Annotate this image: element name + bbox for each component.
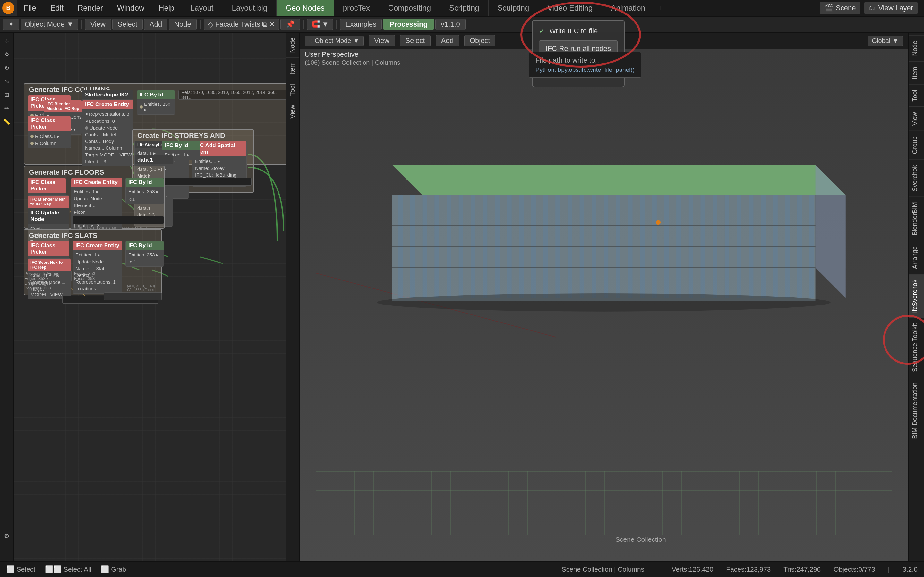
scene-selector[interactable]: 🎬 Scene (820, 2, 860, 14)
node-btn[interactable]: Node (169, 19, 197, 30)
right-tab-bim-docs[interactable]: BIM Documentation (909, 377, 924, 444)
settings-icon[interactable]: ⚙ (1, 530, 13, 542)
node-group-slats: Generate IFC SLATS IFC Class Picker R:Cl… (24, 229, 162, 295)
separator-3 (303, 20, 304, 29)
node-dark-bar-3[interactable] (104, 292, 162, 300)
view-tab[interactable]: View (286, 100, 299, 123)
right-tab-node[interactable]: Node (909, 35, 924, 61)
tooltip-python: Python: bpy.ops.ifc.write_file_panel() (535, 66, 635, 73)
blender-logo: B (2, 2, 15, 14)
tab-layout[interactable]: Layout (181, 0, 223, 16)
tab-compositing[interactable]: Compositing (379, 0, 440, 16)
select-btn[interactable]: Select (112, 19, 143, 30)
group-floors-title: Generate IFC FLOORS (29, 168, 104, 177)
add-workspace-button[interactable]: + (654, 2, 667, 15)
top-menu-bar: B File Edit Render Window Help Layout La… (0, 0, 924, 17)
viewport-view-btn[interactable]: View (368, 35, 395, 47)
right-tab-group[interactable]: Group (909, 131, 924, 159)
cursor-tool-icon[interactable]: ⊹ (1, 35, 13, 47)
move-tool-icon[interactable]: ✥ (1, 49, 13, 60)
mode-cursor-btn[interactable]: ✦ (3, 19, 19, 30)
status-select-all: ⬜⬜ Select All (45, 566, 91, 573)
status-bar: ⬜ Select ⬜⬜ Select All ⬜ Grab Scene Coll… (0, 561, 924, 577)
annotate-tool-icon[interactable]: ✏ (1, 103, 13, 114)
viewport-mode-label: Object Mode (315, 37, 351, 45)
right-tab-sequence[interactable]: Sequence Toolkit (909, 318, 924, 377)
right-tab-blenderbim[interactable]: BlenderBIM (909, 197, 924, 241)
second-toolbar: ✦ Object Mode ▼ View Select Add Node ◇ F… (0, 17, 924, 33)
viewport-select-btn[interactable]: Select (400, 35, 431, 47)
pin-btn[interactable]: 📌 (280, 19, 300, 30)
right-tab-arrange[interactable]: Arrange (909, 241, 924, 274)
building-viewport: Scene Collection (300, 49, 908, 561)
view-btn[interactable]: View (85, 19, 111, 30)
tab-video-editing[interactable]: Video Editing (538, 0, 602, 16)
right-tab-item[interactable]: Item (909, 61, 924, 84)
menu-render[interactable]: Render (71, 0, 110, 16)
node-ifc-by-id-1[interactable]: IFC By Id Entities, 25x ▸ (137, 90, 175, 115)
node-tree-name: Facade Twists (215, 20, 260, 29)
tab-animation[interactable]: Animation (602, 0, 654, 16)
tab-scripting[interactable]: Scripting (440, 0, 488, 16)
node-dark-bar-floors[interactable] (73, 216, 164, 224)
close-icon: ✕ (269, 20, 275, 29)
left-sidebar: ⊹ ✥ ↻ ⤡ ⊞ ✏ 📏 ⚙ (0, 33, 14, 561)
tab-layout-big[interactable]: Layout.big (223, 0, 277, 16)
dropdown-arrow-icon: ▼ (67, 20, 74, 29)
status-grab: ⬜ Grab (101, 566, 126, 573)
right-tab-sverchok[interactable]: Sverchok (909, 159, 924, 197)
node-ifc-create-slats[interactable]: IFC Create Entity Entities, 1 ▸ Update N… (73, 241, 122, 293)
checkmark-icon: ✓ (539, 27, 545, 35)
status-select: ⬜ Select (6, 566, 35, 573)
node-ifc-by-id-slats[interactable]: IFC By Id Entities, 353 ▸ Id.1 (126, 241, 164, 267)
node-ifc-class-picker-2[interactable]: IFC Class Picker R:Class.1 ▸ R:Column (27, 116, 71, 148)
rotate-tool-icon[interactable]: ↻ (1, 62, 13, 74)
node-canvas[interactable]: Generate IFC COLUMNS IFC Class Picker R:… (14, 33, 300, 561)
global-arrow: ▼ (892, 37, 899, 45)
status-tris: Tris:247,296 (783, 566, 821, 573)
version-btn[interactable]: v1.1.0 (435, 19, 465, 30)
tab-sculpting[interactable]: Sculpting (489, 0, 539, 16)
node-tree-select[interactable]: ◇ Facade Twists ⧉ ✕ (204, 19, 279, 30)
app-icon[interactable]: B (0, 0, 17, 16)
svg-marker-39 (816, 165, 846, 298)
right-tab-ifcsverchok[interactable]: ifcSverchok (909, 274, 924, 318)
viewport-mode-select[interactable]: ○ Object Mode ▼ (305, 35, 363, 46)
status-separator-2: | (888, 566, 890, 573)
tooltip-title: File path to write to.. (535, 56, 635, 64)
menu-window[interactable]: Window (110, 0, 152, 16)
menu-help[interactable]: Help (152, 0, 181, 16)
menu-edit[interactable]: Edit (43, 0, 71, 16)
snap-select[interactable]: 🧲 ▼ (307, 19, 333, 30)
tool-tab[interactable]: Tool (286, 79, 299, 100)
user-perspective-label: User Perspective (305, 50, 359, 59)
scene-collection-bottom: Scene Collection (615, 536, 666, 543)
scale-tool-icon[interactable]: ⤡ (1, 76, 13, 87)
shading-select[interactable]: Global ▼ (867, 35, 903, 46)
view-layer-selector[interactable]: 🗂 View Layer (864, 2, 918, 14)
item-tab[interactable]: Item (286, 57, 299, 79)
viewport-mode-icon: ○ (309, 37, 313, 45)
object-mode-label: Object Mode (25, 20, 65, 29)
node-tab[interactable]: Node (286, 33, 299, 57)
tab-proctex[interactable]: procTex (334, 0, 379, 16)
menu-file[interactable]: File (17, 0, 43, 16)
examples-btn[interactable]: Examples (340, 19, 382, 30)
node-editor: Generate IFC COLUMNS IFC Class Picker R:… (14, 33, 300, 561)
transform-tool-icon[interactable]: ⊞ (1, 89, 13, 101)
viewport-add-btn[interactable]: Add (436, 35, 459, 47)
scene-icon: 🎬 (825, 4, 833, 12)
tab-geo-nodes[interactable]: Geo Nodes (276, 0, 334, 16)
node-ifc-by-id-floors[interactable]: IFC By Id Entities, 353 ▸ Id.1 (126, 177, 164, 204)
status-verts: Verts:126,420 (672, 566, 714, 573)
right-tab-view[interactable]: View (909, 106, 924, 131)
add-btn[interactable]: Add (144, 19, 168, 30)
viewport-object-btn[interactable]: Object (464, 35, 496, 47)
separator-4 (336, 20, 337, 29)
node-ifc-create-entity-1[interactable]: IFC Create Entity ◂ Representations, 3 ◂… (82, 100, 134, 166)
object-mode-select[interactable]: Object Mode ▼ (21, 19, 78, 30)
node-coords-display-1: Refs: 1070, 1030, 2010, 1060, 2012, 2014… (178, 90, 288, 100)
right-tab-tool[interactable]: Tool (909, 84, 924, 107)
measure-tool-icon[interactable]: 📏 (1, 116, 13, 127)
status-objects: Objects:0/773 (834, 566, 875, 573)
